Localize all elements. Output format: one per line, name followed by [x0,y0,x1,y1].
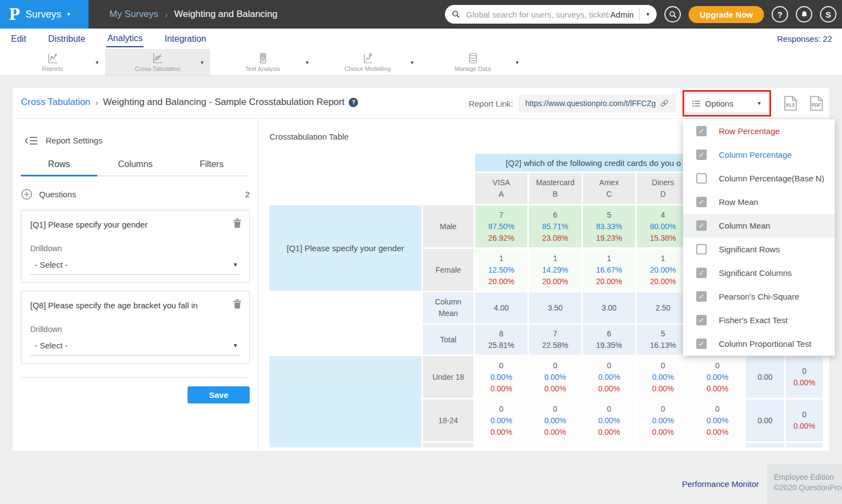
performance-monitor-link[interactable]: Performance Monitor [682,479,759,489]
tab-edit[interactable]: Edit [10,31,27,47]
drilldown-label: Drilldown [30,244,240,253]
menu-item-fisher-s-exact-test[interactable]: ✓Fisher's Exact Test [683,308,835,332]
database-icon [466,52,480,64]
menu-item-column-proportional-test[interactable]: ✓Column Proportional Test [683,332,835,356]
question-card-q1: [Q1] Please specify your gender Drilldow… [21,210,250,283]
edition-label: Employee Edition [774,472,842,483]
export-pdf-icon[interactable]: PDF [809,95,824,112]
menu-item-significant-columns[interactable]: ✓Significant Columns [683,261,835,285]
toolbar-item-choice-modelling[interactable]: Choice Modelling ▼ [315,49,420,75]
delete-icon[interactable] [233,299,241,309]
options-button[interactable]: Options ▼ [685,93,769,113]
checkbox-checked[interactable]: ✓ [696,268,707,278]
toolbar-item-text-analysis[interactable]: Text Analysis ▼ [210,49,315,75]
menu-item-row-mean[interactable]: ✓Row Mean [683,190,835,214]
question-mark-icon: ? [777,10,782,19]
chevron-down-icon[interactable]: ▼ [305,60,310,65]
checkbox-checked[interactable]: ✓ [696,291,707,302]
crosstab-table-title: Crosstabulation Table [269,132,349,141]
data-cell: 480.00%15.38% [637,206,689,247]
delete-icon[interactable] [233,218,241,228]
checkbox-checked[interactable]: ✓ [696,149,707,160]
menu-item-label: Row Percentage [719,126,780,136]
report-card: Cross Tabulation › Weighting and Balanci… [13,88,829,451]
checkbox-unchecked[interactable] [696,173,707,184]
data-cell: 00.00%0.00% [529,356,581,398]
row-total-cell: 00.00% [786,400,823,441]
q8-row-label [269,356,421,447]
product-switcher[interactable]: P Surveys ▼ [0,0,89,29]
product-name: Surveys [25,9,61,20]
menu-item-column-percentage[interactable]: ✓Column Percentage [683,143,835,167]
account-avatar[interactable]: S [820,6,837,23]
tab-distribute[interactable]: Distribute [47,31,87,47]
search-submit-button[interactable] [664,6,681,23]
menu-item-label: Column Percentage [719,150,792,159]
save-button[interactable]: Save [188,386,250,403]
menu-item-label: Column Mean [719,221,770,230]
checkbox-checked[interactable]: ✓ [696,315,707,325]
options-label: Options [705,99,734,108]
drilldown-select[interactable]: - Select - ▼ [30,260,240,275]
upgrade-now-button[interactable]: Upgrade Now [689,6,764,23]
checkbox-checked[interactable]: ✓ [696,339,707,349]
total-cell: 516.13% [637,325,689,355]
tab-rows[interactable]: Rows [21,159,97,176]
notifications-button[interactable] [796,6,812,23]
toolbar-item-reports[interactable]: Reports ▼ [0,49,105,75]
report-url[interactable]: https://www.questionpro.com/t/lFFCZg [525,99,659,108]
global-search[interactable]: Admin ▼ [445,5,657,24]
row-label-clipped [423,443,474,447]
report-breadcrumb: Cross Tabulation › Weighting and Balanci… [21,97,358,108]
checkbox-checked[interactable]: ✓ [696,220,707,231]
tab-integration[interactable]: Integration [163,31,207,47]
cross-tabulation-link[interactable]: Cross Tabulation [21,97,90,108]
menu-item-column-mean[interactable]: ✓Column Mean [683,214,835,237]
list-options-icon [692,100,700,107]
chevron-down-icon[interactable]: ▼ [95,60,100,65]
chevron-down-icon: ▼ [757,101,762,106]
checkbox-checked[interactable]: ✓ [696,197,707,207]
chevron-down-icon[interactable]: ▼ [515,60,520,65]
avatar-initial: S [826,10,831,19]
tab-analytics[interactable]: Analytics [106,30,144,47]
search-input[interactable] [465,9,610,20]
menu-item-label: Significant Rows [719,245,780,254]
toolbar-item-manage-data[interactable]: Manage Data ▼ [420,49,525,75]
link-icon[interactable] [659,98,670,109]
toolbar-item-cross-tabulation[interactable]: Cross-Tabulation ▼ [105,49,210,75]
checkbox-checked[interactable]: ✓ [696,126,707,136]
analytics-toolbar: Reports ▼ Cross-Tabulation ▼ Text Analys… [0,49,842,76]
drilldown-select[interactable]: - Select - ▼ [30,341,240,356]
chevron-down-icon[interactable]: ▼ [645,12,650,17]
menu-item-label: Pearson's Chi-Square [719,292,799,301]
data-cell-clipped [691,443,744,447]
menu-item-row-percentage[interactable]: ✓Row Percentage [683,119,835,143]
chevron-right-icon: › [95,98,98,107]
menu-item-significant-rows[interactable]: Significant Rows [683,237,835,261]
column-mean-cell: 4.00 [475,292,527,323]
checkbox-unchecked[interactable] [696,244,707,254]
data-cell: 116.67%20.00% [583,249,635,291]
data-cell: 120.00%20.00% [637,249,689,291]
menu-item-pearson-s-chi-square[interactable]: ✓Pearson's Chi-Square [683,285,835,308]
data-cell: 00.00%0.00% [475,400,527,441]
help-button[interactable]: ? [772,6,788,23]
divider [21,377,250,378]
report-url-box[interactable]: https://www.questionpro.com/t/lFFCZg [519,95,675,112]
tab-columns[interactable]: Columns [97,159,174,176]
svg-text:XLS: XLS [786,102,795,108]
add-question-icon[interactable] [21,189,32,200]
menu-item-column-percentage-base-n-[interactable]: Column Percentage(Base N) [683,167,835,190]
data-cell-clipped [529,443,581,447]
chevron-down-icon[interactable]: ▼ [410,60,415,65]
chevron-down-icon: ▼ [233,262,238,268]
breadcrumb-my-surveys[interactable]: My Surveys [109,9,158,20]
report-settings-title: Report Settings [46,136,102,145]
report-settings-header[interactable]: Report Settings [25,136,258,145]
chevron-down-icon[interactable]: ▼ [200,60,205,65]
tab-filters[interactable]: Filters [173,159,250,176]
help-icon[interactable]: ? [349,98,358,107]
export-xls-icon[interactable]: XLS [783,95,798,112]
column-mean-cell: 2.50 [637,292,689,323]
